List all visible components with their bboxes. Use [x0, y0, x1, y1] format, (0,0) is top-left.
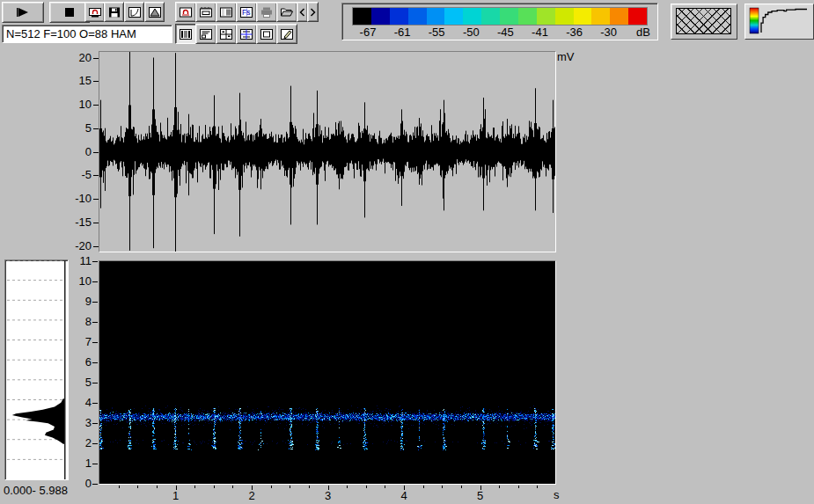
color-scale-tick-label: -41 — [526, 26, 554, 39]
view-mode-4-button[interactable] — [236, 24, 257, 44]
dither-display-button[interactable] — [216, 2, 237, 22]
waveform-unit-label: mV — [557, 51, 575, 63]
color-scale-block — [353, 8, 371, 25]
layout-inner-box-icon — [260, 28, 274, 40]
time-minor-tick — [290, 486, 290, 488]
average-spectrum-panel — [4, 259, 69, 480]
edit-pencil-icon — [280, 28, 294, 40]
frequency-tick-label: 1 — [70, 457, 92, 470]
time-minor-tick — [347, 486, 348, 488]
open-folder-icon — [280, 6, 294, 18]
color-scale-block — [591, 8, 610, 25]
frequency-tick-label: 3 — [70, 417, 92, 429]
time-minor-tick — [537, 486, 538, 488]
time-minor-tick — [385, 486, 385, 488]
svg-text:Fs: Fs — [242, 8, 250, 17]
frequency-tick-label: 0 — [70, 478, 92, 490]
view-mode-3-button[interactable] — [216, 24, 237, 44]
view-mode-5-button[interactable] — [256, 24, 277, 44]
view-mode-1-button[interactable] — [175, 24, 196, 44]
color-scale-block — [390, 8, 408, 25]
waveform-y-tick-label: 10 — [62, 99, 92, 111]
open-file-button[interactable] — [276, 2, 297, 22]
color-scale-strip — [352, 7, 648, 26]
time-minor-tick — [309, 486, 310, 488]
color-scale-block — [628, 8, 647, 25]
scroll-right-button[interactable] — [307, 2, 319, 22]
spectrogram-app-window: { "toolbar": { "status_text": "N=512 F=1… — [0, 0, 814, 504]
color-scale-tick-label: -30 — [595, 26, 623, 39]
frequency-tick — [92, 443, 98, 444]
save-icon — [107, 6, 121, 18]
window-function-button[interactable] — [144, 2, 165, 22]
capture-box-icon — [179, 6, 193, 18]
play-button[interactable] — [2, 2, 44, 23]
stop-icon — [62, 6, 77, 18]
time-tick-label: 4 — [395, 490, 413, 502]
frequency-tick-label: 6 — [70, 356, 92, 369]
time-minor-tick — [214, 486, 215, 488]
waveform-y-tick-label: -5 — [62, 169, 92, 181]
layout-cross-icon — [239, 28, 253, 40]
frequency-tick — [92, 484, 98, 485]
edit-button[interactable] — [276, 24, 297, 44]
pattern-panel — [671, 4, 737, 40]
frequency-tick-label: 8 — [70, 316, 92, 328]
gamma-curve-button[interactable] — [124, 2, 144, 22]
save-button[interactable] — [104, 2, 124, 22]
color-scale-block — [427, 8, 445, 25]
sample-rate-button[interactable]: Fs — [236, 2, 257, 22]
audio-device-button[interactable] — [84, 2, 105, 22]
ruler-box-icon — [199, 6, 213, 18]
frequency-tick — [92, 362, 98, 363]
window-function-icon — [148, 6, 162, 18]
time-tick-label: 1 — [167, 490, 185, 502]
color-scale-tick-label: -67 — [354, 26, 382, 39]
frequency-tick-label: 11 — [70, 255, 92, 267]
view-mode-2-button[interactable] — [195, 24, 216, 44]
frequency-tick — [92, 342, 98, 343]
time-minor-tick — [423, 486, 424, 488]
palette-curve-graphic — [748, 7, 809, 34]
time-minor-tick — [518, 486, 519, 488]
frequency-tick — [92, 281, 98, 282]
time-minor-tick — [137, 486, 138, 488]
palette-curve-panel — [744, 4, 814, 40]
color-scale-block — [518, 8, 537, 25]
layout-vertical-icon — [179, 28, 193, 40]
frequency-tick-label: 5 — [70, 376, 92, 389]
color-scale-block — [481, 8, 500, 25]
frequency-tick — [92, 464, 98, 464]
time-minor-tick — [194, 486, 195, 488]
color-scale-block — [574, 8, 592, 25]
color-scale-block — [610, 8, 628, 25]
db-unit-label: dB — [636, 26, 650, 39]
time-tick-label: 5 — [472, 490, 489, 502]
waveform-y-tick-label: -20 — [62, 240, 92, 252]
fs-icon: Fs — [239, 6, 253, 18]
frequency-tick-label: 4 — [70, 397, 92, 409]
waveform-plot — [99, 51, 556, 252]
capture-settings-button[interactable] — [175, 2, 196, 22]
spectrogram-canvas — [99, 261, 555, 484]
time-minor-tick — [442, 486, 443, 488]
time-minor-tick — [232, 486, 233, 488]
color-scale-labels: -67-61-55-50-45-41-36-30 — [342, 26, 657, 39]
time-unit-label: s — [554, 489, 560, 501]
time-minor-tick — [366, 486, 367, 488]
color-scale-tick-label: -61 — [388, 26, 416, 39]
frequency-tick-label: 10 — [70, 275, 92, 288]
time-minor-tick — [499, 486, 500, 488]
time-minor-tick — [271, 486, 272, 488]
print-button[interactable] — [256, 2, 277, 22]
printer-icon — [260, 6, 274, 18]
color-scale-block — [408, 8, 427, 25]
frequency-tick — [92, 423, 98, 424]
time-minor-tick — [157, 486, 158, 488]
layout-quad-icon — [219, 28, 233, 40]
color-scale-tick-label: -50 — [457, 26, 485, 39]
waveform-y-tick-label: 0 — [62, 146, 92, 158]
ruler-settings-button[interactable] — [195, 2, 216, 22]
time-tick-label: 3 — [319, 490, 337, 502]
spectrogram-plot — [99, 260, 556, 485]
